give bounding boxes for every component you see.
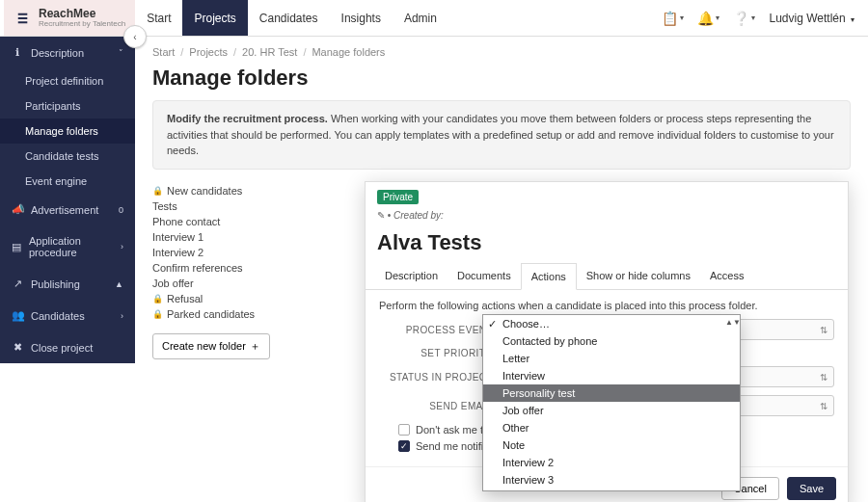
chevron-icon: ▲ bbox=[115, 279, 123, 289]
sidebar: ‹ ℹDescription˅Project definitionPartici… bbox=[0, 37, 135, 363]
brand: ReachMee Recruitment by Talentech bbox=[4, 0, 135, 36]
sidebar-section-icon: 👥 bbox=[12, 309, 23, 322]
set-priority-label: SET PRIORITY: bbox=[379, 348, 495, 358]
page-title: Manage folders bbox=[152, 66, 851, 91]
sidebar-section-icon: ↗ bbox=[12, 277, 23, 290]
folder-item[interactable]: Job offer bbox=[152, 276, 255, 291]
chevron-icon: › bbox=[121, 242, 123, 251]
username-label: Ludvig Wettlén bbox=[769, 12, 845, 25]
folder-label: Interview 2 bbox=[152, 247, 203, 258]
sidebar-section-label: Candidates bbox=[31, 310, 85, 322]
topnav-item-projects[interactable]: Projects bbox=[182, 0, 247, 36]
modal-tab-actions[interactable]: Actions bbox=[521, 263, 577, 290]
sidebar-section-close-project[interactable]: ✖Close project bbox=[0, 331, 135, 363]
sidebar-section-label: Close project bbox=[31, 342, 93, 354]
sidebar-section-label: Publishing bbox=[31, 278, 80, 290]
current-user[interactable]: Ludvig Wettlén ▾ bbox=[769, 12, 854, 25]
bell-icon[interactable]: 🔔▾ bbox=[697, 11, 719, 26]
sidebar-section-icon: ✖ bbox=[12, 341, 23, 354]
folder-item[interactable]: 🔒Refusal bbox=[152, 291, 255, 306]
breadcrumb-item: Manage folders bbox=[312, 46, 385, 58]
create-folder-label: Create new folder bbox=[162, 340, 246, 352]
help-icon[interactable]: ❔▾ bbox=[733, 11, 755, 26]
process-event-label: PROCESS EVENT: bbox=[379, 325, 495, 335]
folder-label: Tests bbox=[152, 200, 177, 212]
folder-label: Confirm references bbox=[152, 262, 243, 274]
sidebar-item-participants[interactable]: Participants bbox=[0, 93, 135, 119]
topnav-item-insights[interactable]: Insights bbox=[330, 0, 393, 36]
breadcrumb-item[interactable]: Start bbox=[152, 46, 175, 58]
brand-logo-icon bbox=[10, 6, 34, 30]
create-folder-button[interactable]: Create new folder ＋ bbox=[152, 333, 270, 359]
sidebar-item-event-engine[interactable]: Event engine bbox=[0, 169, 135, 194]
lock-icon: 🔒 bbox=[152, 186, 163, 196]
sidebar-section-icon: 📣 bbox=[12, 203, 23, 216]
lock-icon: 🔒 bbox=[152, 309, 163, 319]
folder-label: Interview 1 bbox=[152, 231, 203, 243]
sidebar-section-icon: ▤ bbox=[12, 241, 21, 253]
breadcrumb-item[interactable]: Projects bbox=[189, 46, 228, 58]
sidebar-collapse-button[interactable]: ‹ bbox=[123, 25, 147, 48]
dropdown-option[interactable]: Contacted by phone bbox=[483, 332, 740, 350]
modal-tab-access[interactable]: Access bbox=[700, 263, 753, 289]
topnav-item-candidates[interactable]: Candidates bbox=[248, 0, 330, 36]
chevron-icon: › bbox=[121, 311, 123, 321]
lock-icon: 🔒 bbox=[152, 294, 163, 304]
sidebar-item-candidate-tests[interactable]: Candidate tests bbox=[0, 144, 135, 169]
brand-name: ReachMee bbox=[39, 8, 125, 20]
plus-icon: ＋ bbox=[250, 339, 260, 354]
breadcrumb-item[interactable]: 20. HR Test bbox=[242, 46, 297, 58]
folder-item[interactable]: Interview 1 bbox=[152, 229, 255, 245]
folder-label: Phone contact bbox=[152, 216, 220, 227]
created-by-label: Created by: bbox=[377, 210, 836, 221]
clipboard-icon[interactable]: 📋▾ bbox=[662, 11, 684, 26]
sidebar-section-label: Advertisement bbox=[31, 204, 98, 216]
folder-label: Parked candidates bbox=[167, 308, 255, 320]
folder-item[interactable]: Interview 2 bbox=[152, 245, 255, 260]
info-bold: Modify the recruitment process. bbox=[167, 113, 328, 124]
folder-item[interactable]: 🔒Parked candidates bbox=[152, 306, 255, 322]
sidebar-section-label: Description bbox=[31, 47, 84, 59]
sidebar-section-application-procedure[interactable]: ▤Application procedure› bbox=[0, 225, 135, 268]
chevron-icon: ˅ bbox=[119, 48, 123, 58]
sidebar-section-label: Application procedure bbox=[29, 235, 113, 258]
folder-label: Job offer bbox=[152, 277, 194, 289]
folder-item[interactable]: Confirm references bbox=[152, 260, 255, 276]
sidebar-section-description[interactable]: ℹDescription˅ bbox=[0, 37, 135, 68]
info-box: Modify the recruitment process. When wor… bbox=[152, 100, 851, 170]
modal-tab-description[interactable]: Description bbox=[375, 263, 448, 289]
process-event-dropdown[interactable]: ▲▼ Choose…Contacted by phoneLetterInterv… bbox=[482, 314, 741, 363]
sidebar-item-project-definition[interactable]: Project definition bbox=[0, 68, 135, 93]
private-tag: Private bbox=[377, 190, 419, 204]
sidebar-badge: 0 bbox=[119, 205, 123, 215]
breadcrumb: Start/Projects/20. HR Test/Manage folder… bbox=[152, 46, 851, 58]
modal-tabs: DescriptionDocumentsActionsShow or hide … bbox=[366, 263, 848, 290]
modal-tab-show-or-hide-columns[interactable]: Show or hide columns bbox=[577, 263, 700, 289]
modal-title: Alva Tests bbox=[377, 230, 836, 255]
top-nav: StartProjectsCandidatesInsightsAdmin bbox=[135, 0, 448, 36]
sidebar-item-manage-folders[interactable]: Manage folders bbox=[0, 119, 135, 144]
folder-label: Refusal bbox=[167, 293, 203, 304]
topnav-item-admin[interactable]: Admin bbox=[393, 0, 448, 36]
sidebar-section-candidates[interactable]: 👥Candidates› bbox=[0, 300, 135, 331]
sidebar-section-advertisement[interactable]: 📣Advertisement0 bbox=[0, 194, 135, 225]
dropdown-option[interactable]: Choose… bbox=[483, 315, 740, 332]
sidebar-section-icon: ℹ bbox=[12, 46, 23, 59]
folder-item[interactable]: 🔒New candidates bbox=[152, 183, 255, 198]
sidebar-section-publishing[interactable]: ↗Publishing▲ bbox=[0, 268, 135, 300]
folder-label: New candidates bbox=[167, 185, 242, 197]
dropdown-option[interactable]: Letter bbox=[483, 350, 740, 363]
top-right: 📋▾ 🔔▾ ❔▾ Ludvig Wettlén ▾ bbox=[662, 11, 864, 26]
folder-item[interactable]: Phone contact bbox=[152, 214, 255, 229]
actions-intro: Perform the following actions when a can… bbox=[379, 300, 834, 311]
folder-item[interactable]: Tests bbox=[152, 198, 255, 214]
brand-subtitle: Recruitment by Talentech bbox=[39, 20, 125, 29]
folder-list: 🔒New candidatesTestsPhone contactIntervi… bbox=[152, 183, 255, 322]
modal-tab-documents[interactable]: Documents bbox=[448, 263, 521, 289]
